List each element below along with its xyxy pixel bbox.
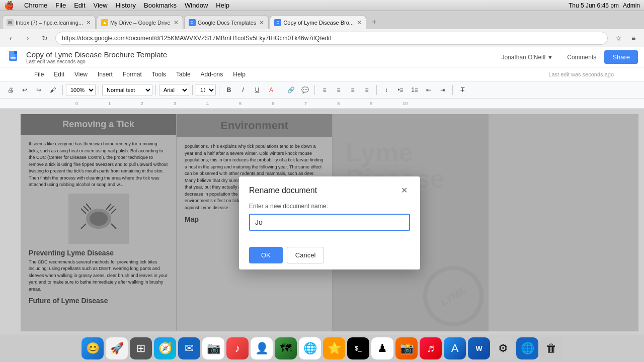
refresh-button[interactable]: ↻ — [38, 32, 51, 45]
align-justify-button[interactable]: ≡ — [360, 83, 373, 97]
modal-body: Enter a new document name: — [239, 201, 420, 241]
menu-help[interactable]: Help — [229, 70, 250, 79]
modal-footer: OK Cancel — [239, 241, 420, 269]
dock-maps[interactable]: 🗺 — [275, 337, 297, 359]
dock-mission[interactable]: ⊞ — [130, 337, 152, 359]
dock-mail[interactable]: ✉ — [178, 337, 200, 359]
dock-safari[interactable]: 🧭 — [154, 337, 176, 359]
document-content[interactable]: Removing a Tick It seems like everyone h… — [20, 114, 639, 332]
decrease-indent-button[interactable]: ⇤ — [422, 83, 435, 97]
hamburger-icon[interactable]: ☰ — [4, 2, 16, 12]
undo-button[interactable]: ↩ — [18, 83, 31, 97]
app-name[interactable]: Chrome — [24, 2, 47, 9]
style-select[interactable]: Normal text — [102, 84, 152, 96]
dock-itunes[interactable]: ♬ — [420, 337, 442, 359]
address-input[interactable]: https://docs.google.com/document/d/125KM… — [55, 32, 608, 45]
tab-bar: ✉ Inbox (7) – hpc.e.learning... ✕ ▲ My D… — [0, 11, 644, 29]
ruler: 0 1 2 3 4 5 6 7 8 9 10 — [0, 99, 644, 109]
font-select[interactable]: Arial — [159, 84, 189, 96]
comment-button[interactable]: 💬 — [298, 83, 311, 97]
comments-button[interactable]: Comments — [563, 52, 600, 63]
dock-launchpad[interactable]: 🚀 — [106, 337, 128, 359]
menu-addons[interactable]: Add-ons — [197, 70, 227, 79]
dock-network[interactable]: 🌐 — [516, 337, 538, 359]
window-menu[interactable]: Window — [185, 2, 208, 9]
dock-trash[interactable]: 🗑 — [540, 337, 562, 359]
menu-view[interactable]: View — [70, 70, 92, 79]
menu-format[interactable]: Format — [119, 70, 146, 79]
clear-format-button[interactable]: T̶ — [456, 83, 469, 97]
menu-edit[interactable]: Edit — [50, 70, 68, 79]
zoom-select[interactable]: 100% — [66, 84, 96, 96]
chrome-menu-button[interactable]: ≡ — [627, 32, 640, 45]
tab-close-4[interactable]: ✕ — [357, 19, 362, 26]
dock-photos2[interactable]: 📸 — [395, 337, 418, 359]
modal-close-button[interactable]: ✕ — [398, 185, 410, 197]
file-menu[interactable]: File — [55, 2, 66, 9]
align-center-button[interactable]: ≡ — [332, 83, 345, 97]
edit-menu[interactable]: Edit — [74, 2, 85, 9]
tab-favicon-2: ▲ — [101, 19, 108, 26]
ok-button[interactable]: OK — [249, 247, 283, 263]
new-tab-button[interactable]: + — [367, 15, 381, 29]
underline-button[interactable]: U — [251, 83, 264, 97]
paint-format-button[interactable]: 🖌 — [46, 83, 59, 97]
bookmark-button[interactable]: ☆ — [612, 32, 625, 45]
print-button[interactable]: 🖨 — [4, 83, 17, 97]
tab-title-1: Inbox (7) – hpc.e.learning... — [16, 20, 83, 26]
bookmarks-menu[interactable]: Bookmarks — [144, 2, 177, 9]
tab-4[interactable]: D Copy of Lyme Disease Bro... ✕ — [270, 15, 366, 29]
dock-chess[interactable]: ♟ — [371, 337, 393, 359]
dock-chrome[interactable]: 🌐 — [299, 337, 321, 359]
increase-indent-button[interactable]: ⇥ — [436, 83, 449, 97]
menu-table[interactable]: Table — [172, 70, 195, 79]
help-menu[interactable]: Help — [216, 2, 229, 9]
back-button[interactable]: ‹ — [4, 32, 17, 45]
line-spacing-button[interactable]: ↕ — [380, 83, 393, 97]
numbered-list-button[interactable]: 1≡ — [408, 83, 421, 97]
link-button[interactable]: 🔗 — [284, 83, 297, 97]
mac-datetime: Thu 5 Jun 6:45 pm — [569, 2, 619, 9]
bullet-list-button[interactable]: •≡ — [394, 83, 407, 97]
left-panel — [5, 114, 20, 332]
tab-close-2[interactable]: ✕ — [174, 19, 179, 26]
dock-store[interactable]: A — [444, 337, 466, 359]
menu-insert[interactable]: Insert — [94, 70, 117, 79]
bold-button[interactable]: B — [222, 83, 235, 97]
forward-button[interactable]: › — [21, 32, 34, 45]
docs-title[interactable]: Copy of Lyme Disease Brochure Template — [26, 50, 497, 59]
divider-6 — [281, 85, 281, 95]
dock-word[interactable]: W — [468, 337, 490, 359]
dock-star[interactable]: ⭐ — [323, 337, 345, 359]
docs-title-bar: Copy of Lyme Disease Brochure Template L… — [0, 47, 644, 67]
tab-close-1[interactable]: ✕ — [86, 19, 91, 26]
align-right-button[interactable]: ≡ — [346, 83, 359, 97]
redo-button[interactable]: ↪ — [32, 83, 45, 97]
modal-input[interactable] — [249, 214, 410, 231]
dock-contacts[interactable]: 👤 — [251, 337, 273, 359]
cancel-button[interactable]: Cancel — [287, 247, 324, 263]
menu-tools[interactable]: Tools — [148, 70, 170, 79]
dock-music[interactable]: ♪ — [226, 337, 249, 359]
size-select[interactable]: 11 — [196, 84, 216, 96]
tab-title-3: Google Docs Templates — [198, 20, 257, 26]
dock-terminal[interactable]: $_ — [347, 337, 369, 359]
text-color-button[interactable]: A — [265, 83, 278, 97]
dock-finder[interactable]: 😊 — [82, 337, 104, 359]
view-menu[interactable]: View — [94, 2, 108, 9]
modal-overlay: Rename document ✕ Enter a new document n… — [21, 114, 638, 331]
dock-photos[interactable]: 📷 — [202, 337, 224, 359]
tab-1[interactable]: ✉ Inbox (7) – hpc.e.learning... ✕ — [2, 15, 96, 29]
tab-close-3[interactable]: ✕ — [259, 19, 264, 26]
share-button[interactable]: Share — [604, 50, 638, 64]
tab-2[interactable]: ▲ My Drive – Google Drive ✕ — [97, 15, 183, 29]
align-left-button[interactable]: ≡ — [318, 83, 331, 97]
mac-user: Admin — [623, 2, 640, 9]
history-menu[interactable]: History — [116, 2, 136, 9]
menu-file[interactable]: File — [30, 70, 48, 79]
tab-favicon-1: ✉ — [7, 19, 14, 26]
tab-3[interactable]: D Google Docs Templates ✕ — [184, 15, 269, 29]
italic-button[interactable]: I — [236, 83, 250, 97]
dock-system[interactable]: ⚙ — [492, 337, 514, 359]
modal-header: Rename document ✕ — [239, 176, 420, 201]
